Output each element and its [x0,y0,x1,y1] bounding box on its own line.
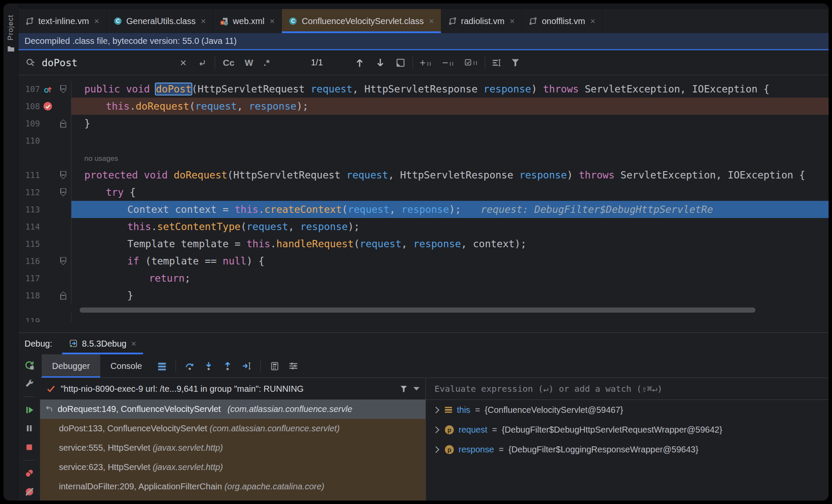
thread-selector[interactable]: "http-nio-8090-exec-9 url: /te...9,641 i… [40,378,425,400]
editor-tab[interactable]: text-inline.vm× [18,9,107,33]
variable-row[interactable]: prequest={DebugFilter$DebugHttpServletRe… [426,420,829,439]
editor-tab[interactable]: onofflist.vm× [522,9,602,33]
fold-marker-icon[interactable] [60,120,66,128]
line-number: 116 [18,252,40,270]
close-icon[interactable]: × [590,16,595,26]
regex-toggle[interactable]: .* [264,58,270,68]
left-toolwindow-stripe: Project [3,3,18,501]
stack-frame-row[interactable]: doFilter:153, ApplicationFilterChain (or… [40,496,425,501]
ide-window: Project text-inline.vm×CGeneralUtils.cla… [3,3,829,501]
line-number: 115 [18,235,40,252]
mute-breakpoints-icon[interactable] [21,483,38,501]
tab-console[interactable]: Console [100,354,152,378]
threads-view-icon[interactable] [152,354,171,378]
line-number: 112 [18,184,40,201]
fold-marker-icon[interactable] [60,257,66,265]
variable-row[interactable]: presponse={DebugFilter$LoggingResponseWr… [426,439,829,459]
run-to-cursor-icon[interactable] [237,354,256,378]
fold-marker-icon[interactable] [60,188,66,197]
stack-frame-row[interactable]: doPost:133, ConfluenceVelocityServlet (c… [40,419,425,438]
overrides-method-icon[interactable] [40,80,55,98]
code-editor[interactable]: 107public void doPost(HttpServletRequest… [18,75,829,332]
search-icon[interactable] [25,58,36,68]
clear-icon[interactable] [179,58,188,68]
step-into-icon[interactable] [199,354,218,378]
close-icon[interactable]: × [270,16,275,26]
fold-marker-icon[interactable] [60,171,66,179]
separator [176,360,176,372]
line-number: 110 [18,132,40,149]
rerun-icon[interactable] [21,356,38,374]
separator [24,396,35,397]
stop-icon[interactable] [21,439,38,456]
arrow-down-icon[interactable] [375,57,386,68]
close-icon[interactable]: × [510,16,515,26]
code-text: return; [71,270,829,287]
match-case-toggle[interactable]: Cc [223,58,234,68]
close-icon[interactable]: × [429,16,434,26]
editor-tab[interactable]: CConfluenceVelocityServlet.class× [282,9,441,33]
vm-file-icon [448,17,457,25]
code-text: protected void doRequest(HttpServletRequ… [71,166,829,184]
horizontal-scrollbar[interactable] [80,307,755,313]
close-icon[interactable]: × [94,16,99,26]
tab-debugger[interactable]: Debugger [42,354,100,378]
frame-package: (com.atlassian.confluence.servle [228,404,352,414]
line-number: 117 [18,270,40,287]
variable-name: request [459,425,487,435]
stack-frame-row[interactable]: internalDoFilter:209, ApplicationFilterC… [40,477,425,496]
evaluate-calculator-icon[interactable] [265,354,284,378]
gutter-space [40,115,55,132]
folder-icon[interactable] [7,45,15,53]
settings-wrench-icon[interactable] [21,375,38,392]
code-text: Template template = this.handleRequest(r… [71,235,829,252]
evaluate-expression-field[interactable]: Evaluate expression (↵) or add a watch (… [426,378,829,400]
chevron-right-icon[interactable] [433,446,440,453]
add-occurrence-icon[interactable]: +II [420,58,432,67]
pause-icon[interactable] [21,420,38,437]
editor-tab-bar: text-inline.vm×CGeneralUtils.class×<web.… [18,9,829,33]
remove-occurrence-icon[interactable]: −II [442,58,454,67]
chevron-right-icon[interactable] [433,406,440,413]
search-input[interactable]: doPost [42,57,179,68]
frames-panel: "http-nio-8090-exec-9 url: /te...9,641 i… [40,378,426,501]
separator [24,460,35,461]
chevron-down-icon[interactable] [413,387,419,390]
editor-tab[interactable]: radiolist.vm× [441,9,522,33]
arrow-up-icon[interactable] [354,57,365,68]
usages-hint[interactable]: no usages [84,154,118,163]
variable-row[interactable]: this={ConfluenceVelocityServlet@59467} [426,400,829,420]
frames-list: doRequest:149, ConfluenceVelocityServlet… [40,400,425,501]
frame-package: (org.apache.catalina.core) [225,482,324,492]
line-number: 113 [18,201,40,218]
filter-lines-icon[interactable] [491,58,502,68]
filter-icon[interactable] [399,384,408,393]
line-number [18,149,40,166]
fold-marker-icon[interactable] [60,292,66,300]
words-toggle[interactable]: W [245,58,253,68]
filter-icon[interactable] [510,58,521,68]
step-out-icon[interactable] [218,354,237,378]
chevron-right-icon[interactable] [433,426,440,433]
stack-frame-row[interactable]: service:623, HttpServlet (javax.servlet.… [40,458,425,477]
fold-marker-icon[interactable] [60,85,66,93]
editor-tab[interactable]: <web.xml× [213,9,282,33]
view-breakpoints-icon[interactable] [21,465,38,482]
resume-icon[interactable] [21,401,38,418]
newline-icon[interactable] [197,58,207,68]
code-line: 113Context context = this.createContext(… [18,201,829,218]
verified-breakpoint-icon[interactable] [40,98,55,115]
stack-frame-row[interactable]: service:555, HttpServlet (javax.servlet.… [40,438,425,458]
layout-settings-icon[interactable] [284,354,303,378]
stack-frame-row[interactable]: doRequest:149, ConfluenceVelocityServlet… [40,400,425,419]
select-all-occurrences-icon[interactable]: II [465,59,478,66]
close-icon[interactable]: × [131,339,136,349]
debug-session-tab[interactable]: 8.5.3Debug × [62,333,143,354]
close-icon[interactable]: × [201,16,206,26]
project-toolwindow-button[interactable]: Project [6,15,15,40]
svg-text:C: C [291,18,295,24]
editor-tab[interactable]: CGeneralUtils.class× [107,9,213,33]
open-in-window-icon[interactable] [395,58,406,68]
step-over-icon[interactable] [180,354,199,378]
separator [215,57,215,69]
